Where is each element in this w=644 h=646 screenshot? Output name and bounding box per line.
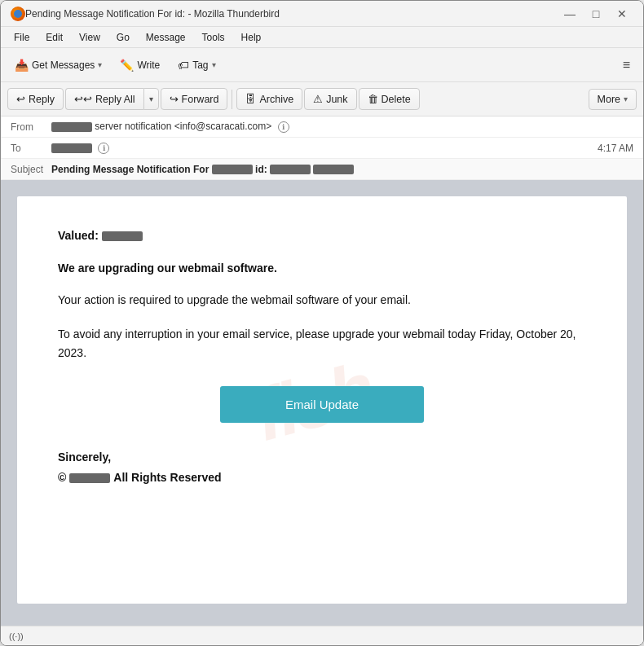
junk-label: Junk [326, 94, 347, 105]
valued-label: Valued: [58, 229, 99, 242]
reply-all-dropdown-button[interactable]: ▾ [143, 88, 159, 110]
delete-icon: 🗑 [368, 93, 378, 105]
from-row: From server notification <info@scaracati… [1, 116, 643, 138]
action-separator-1 [232, 90, 232, 109]
forward-button[interactable]: ↪ Forward [161, 88, 228, 110]
from-redacted [51, 122, 92, 132]
write-icon: ✏️ [120, 59, 134, 72]
main-window: Pending Message Notification For id: - M… [0, 0, 644, 646]
tag-button[interactable]: 🏷 Tag ▾ [170, 55, 223, 76]
get-messages-button[interactable]: 📥 Get Messages ▾ [7, 55, 109, 76]
to-value: ℹ [51, 142, 598, 154]
email-update-button[interactable]: Email Update [220, 386, 424, 423]
subject-label: Subject [11, 164, 51, 175]
from-text: server notification <info@scaracati.com> [95, 121, 271, 132]
subject-value: Pending Message Notification For id: [51, 164, 633, 175]
subject-redacted-2 [270, 165, 311, 174]
email-para-1: Your action is required to upgrade the w… [58, 291, 586, 309]
action-toolbar: ↩ Reply ↩↩ Reply All ▾ ↪ Forward 🗄 Archi… [1, 82, 643, 116]
get-messages-icon: 📥 [15, 59, 29, 72]
to-redacted [51, 143, 92, 153]
email-para-2: To avoid any interruption in your email … [58, 325, 586, 362]
email-update-container: Email Update [58, 386, 586, 423]
statusbar: ((·)) [1, 626, 643, 645]
get-messages-label: Get Messages [32, 59, 95, 71]
email-heading: We are upgrading our webmail software. [58, 261, 586, 275]
tag-label: Tag [192, 59, 208, 71]
tag-icon: 🏷 [178, 59, 189, 72]
menu-tools[interactable]: Tools [196, 30, 232, 45]
delete-label: Delete [382, 94, 411, 105]
from-info-icon[interactable]: ℹ [278, 121, 289, 133]
menubar: File Edit View Go Message Tools Help [1, 27, 643, 48]
minimize-button[interactable]: — [558, 6, 581, 22]
email-content: Valued: We are upgrading our webmail sof… [58, 229, 586, 489]
more-group: More ▾ [589, 89, 637, 110]
valued-name-redacted [102, 231, 143, 241]
copyright-redacted [69, 473, 110, 483]
sincerely-text: Sincerely, [58, 447, 586, 468]
app-icon [11, 7, 25, 21]
more-label: More [598, 94, 620, 105]
subject-row: Subject Pending Message Notification For… [1, 159, 643, 180]
subject-bold-text: Pending Message Notification For [51, 164, 209, 175]
subject-redacted-1 [212, 165, 253, 174]
signal-indicator: ((·)) [9, 631, 24, 641]
to-row: To ℹ 4:17 AM [1, 138, 643, 159]
write-button[interactable]: ✏️ Write [112, 55, 167, 76]
forward-label: Forward [182, 94, 219, 105]
reply-all-button[interactable]: ↩↩ Reply All [65, 88, 143, 110]
reply-icon: ↩ [16, 93, 25, 105]
reply-all-icon: ↩↩ [74, 93, 92, 105]
window-controls: — □ ✕ [558, 6, 633, 22]
delete-button[interactable]: 🗑 Delete [359, 88, 420, 110]
main-toolbar: 📥 Get Messages ▾ ✏️ Write 🏷 Tag ▾ ≡ [1, 48, 643, 82]
menu-help[interactable]: Help [235, 30, 268, 45]
reply-label: Reply [29, 94, 55, 105]
archive-button[interactable]: 🗄 Archive [236, 88, 302, 110]
subject-id-label: id: [255, 164, 267, 175]
get-messages-dropdown-arrow: ▾ [98, 60, 102, 69]
copyright-suffix: All Rights Reserved [113, 468, 221, 488]
junk-button[interactable]: ⚠ Junk [304, 88, 356, 110]
signal-icon: ((·)) [9, 631, 24, 641]
email-sincerely: Sincerely, © All Rights Reserved [58, 447, 586, 488]
more-dropdown-arrow: ▾ [624, 94, 628, 103]
reply-all-group: ↩↩ Reply All ▾ [65, 88, 159, 110]
copyright-symbol: © [58, 468, 66, 488]
subject-redacted-3 [313, 165, 354, 174]
close-button[interactable]: ✕ [611, 6, 633, 22]
from-value: server notification <info@scaracati.com>… [51, 121, 633, 133]
to-label: To [11, 143, 51, 154]
email-body-inner: fish. Valued: We are upgrading our webma… [17, 196, 627, 604]
menu-file[interactable]: File [7, 30, 36, 45]
tag-dropdown-arrow: ▾ [212, 60, 216, 69]
reply-button[interactable]: ↩ Reply [7, 88, 64, 110]
email-copyright: © All Rights Reserved [58, 468, 586, 488]
junk-icon: ⚠ [313, 93, 323, 105]
forward-icon: ↪ [170, 93, 179, 105]
hamburger-menu-button[interactable]: ≡ [616, 55, 637, 76]
archive-icon: 🗄 [245, 93, 256, 105]
email-time: 4:17 AM [598, 143, 633, 154]
window-title: Pending Message Notification For id: - M… [25, 8, 558, 20]
titlebar: Pending Message Notification For id: - M… [1, 1, 643, 27]
email-valued: Valued: [58, 229, 586, 242]
more-button[interactable]: More ▾ [589, 89, 637, 110]
maximize-button[interactable]: □ [584, 6, 607, 22]
email-body-outer: fish. Valued: We are upgrading our webma… [1, 180, 643, 626]
reply-all-label: Reply All [95, 94, 135, 105]
from-label: From [11, 121, 51, 133]
menu-edit[interactable]: Edit [39, 30, 69, 45]
write-label: Write [137, 59, 160, 71]
menu-view[interactable]: View [73, 30, 107, 45]
menu-go[interactable]: Go [110, 30, 136, 45]
archive-label: Archive [259, 94, 293, 105]
to-info-icon[interactable]: ℹ [98, 143, 109, 154]
menu-message[interactable]: Message [139, 30, 192, 45]
